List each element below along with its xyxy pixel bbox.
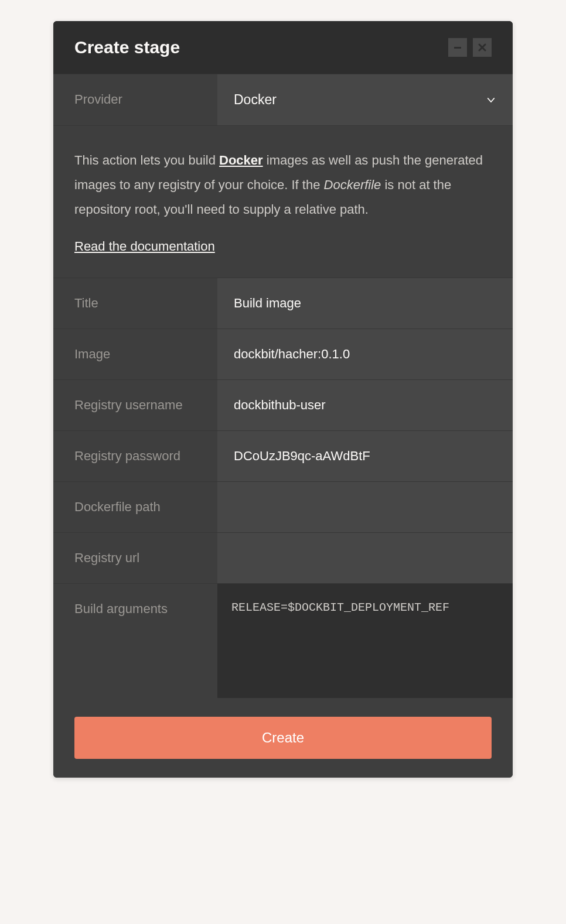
desc-dockerfile: Dockerfile xyxy=(324,177,381,192)
image-label: Image xyxy=(53,329,217,379)
chevron-down-icon xyxy=(486,95,496,105)
build-arguments-value-cell xyxy=(217,584,513,698)
desc-prefix: This action lets you build xyxy=(74,153,219,167)
registry-url-input[interactable] xyxy=(217,533,513,583)
header-actions xyxy=(448,38,492,57)
build-arguments-textarea[interactable] xyxy=(217,584,513,698)
docker-link[interactable]: Docker xyxy=(219,153,263,167)
dockerfile-path-input[interactable] xyxy=(217,482,513,532)
close-icon xyxy=(478,43,486,52)
registry-password-input[interactable] xyxy=(217,431,513,481)
title-value-cell xyxy=(217,278,513,328)
registry-password-row: Registry password xyxy=(53,430,513,481)
provider-value: Docker xyxy=(217,74,513,125)
title-row: Title xyxy=(53,278,513,328)
documentation-link[interactable]: Read the documentation xyxy=(74,239,215,254)
provider-row: Provider Docker xyxy=(53,74,513,125)
provider-selected: Docker xyxy=(234,92,277,108)
registry-password-value-cell xyxy=(217,431,513,481)
close-button[interactable] xyxy=(473,38,492,57)
create-stage-modal: Create stage Provider Docker This action… xyxy=(53,21,513,778)
registry-username-row: Registry username xyxy=(53,379,513,430)
dockerfile-path-label: Dockerfile path xyxy=(53,482,217,532)
minimize-icon xyxy=(454,43,462,52)
modal-footer: Create xyxy=(53,698,513,778)
registry-username-input[interactable] xyxy=(217,380,513,430)
description-text: This action lets you build Docker images… xyxy=(74,148,492,221)
image-value-cell xyxy=(217,329,513,379)
image-input[interactable] xyxy=(217,329,513,379)
build-arguments-label: Build arguments xyxy=(53,584,217,698)
create-button[interactable]: Create xyxy=(74,717,492,759)
title-label: Title xyxy=(53,278,217,328)
image-row: Image xyxy=(53,328,513,379)
provider-label: Provider xyxy=(53,74,217,125)
registry-url-row: Registry url xyxy=(53,532,513,583)
modal-title: Create stage xyxy=(74,37,180,57)
title-input[interactable] xyxy=(217,278,513,328)
provider-select[interactable]: Docker xyxy=(217,74,513,125)
svg-rect-0 xyxy=(454,47,461,49)
build-arguments-row: Build arguments xyxy=(53,583,513,698)
registry-username-value-cell xyxy=(217,380,513,430)
registry-password-label: Registry password xyxy=(53,431,217,481)
dockerfile-path-value-cell xyxy=(217,482,513,532)
description-block: This action lets you build Docker images… xyxy=(53,125,513,278)
registry-url-value-cell xyxy=(217,533,513,583)
minimize-button[interactable] xyxy=(448,38,467,57)
modal-header: Create stage xyxy=(53,21,513,74)
registry-url-label: Registry url xyxy=(53,533,217,583)
registry-username-label: Registry username xyxy=(53,380,217,430)
dockerfile-path-row: Dockerfile path xyxy=(53,481,513,532)
